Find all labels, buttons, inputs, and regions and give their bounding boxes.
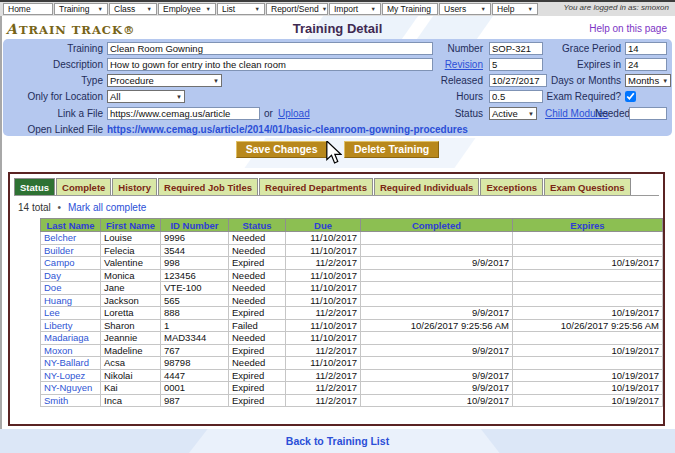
save-changes-button[interactable]: Save Changes xyxy=(236,141,328,158)
exam-required-checkbox[interactable] xyxy=(625,91,636,102)
cell-due: 11/10/2017 xyxy=(286,232,361,245)
table-header-row: Last NameFirst NameID NumberStatusDueCom… xyxy=(41,219,663,232)
cell-id-number: 0001 xyxy=(161,382,229,395)
menu-item-home[interactable]: Home xyxy=(3,3,53,15)
cell-expires: 10/19/2017 xyxy=(513,394,663,407)
menu-item-list[interactable]: List▼ xyxy=(217,3,265,15)
cell-first-name: Acsa xyxy=(101,357,161,370)
table-row: BelcherLouise9996Needed11/10/2017 xyxy=(41,232,663,245)
status-label: Status xyxy=(388,107,483,121)
menu-item-report-send[interactable]: Report/Send▼ xyxy=(266,3,328,15)
cell-last-name: NY-Ballard xyxy=(41,357,101,370)
type-select[interactable]: Procedure ▼ xyxy=(107,74,222,87)
mark-all-complete-link[interactable]: Mark all complete xyxy=(68,202,146,213)
cell-first-name: Kai xyxy=(101,382,161,395)
expires-in-label: Expires in xyxy=(533,58,621,72)
logged-in-status: You are logged in as: smoxon xyxy=(564,3,669,12)
employee-link[interactable]: NY-Lopez xyxy=(44,370,85,381)
cell-expires xyxy=(513,244,663,257)
cell-status: Expired xyxy=(229,369,286,382)
back-to-training-list-link[interactable]: Back to Training List xyxy=(286,435,389,447)
employee-link[interactable]: Moxon xyxy=(44,345,73,356)
tab-status[interactable]: Status xyxy=(14,178,55,195)
released-label: Released xyxy=(388,74,483,88)
cell-completed: 10/26/2017 9:25:56 AM xyxy=(361,319,513,332)
employee-link[interactable]: NY-Nguyen xyxy=(44,382,92,393)
table-row: MadariagaJeannieMAD3344Needed11/10/2017 xyxy=(41,332,663,345)
column-header-id-number[interactable]: ID Number xyxy=(161,219,229,232)
menu-item-employee[interactable]: Employee▼ xyxy=(158,3,216,15)
menu-item-users[interactable]: Users▼ xyxy=(439,3,491,15)
menu-item-my-training[interactable]: My Training xyxy=(382,3,438,15)
days-or-months-label: Days or Months xyxy=(533,74,621,88)
menu-item-training[interactable]: Training▼ xyxy=(54,3,108,15)
status-select[interactable]: Active ▼ xyxy=(489,107,537,120)
help-link[interactable]: Help on this page xyxy=(589,23,667,34)
cell-expires: 10/19/2017 xyxy=(513,257,663,270)
or-text: or xyxy=(264,107,273,121)
mouse-cursor-icon xyxy=(325,141,342,169)
employee-link[interactable]: Belcher xyxy=(44,232,76,243)
employee-link[interactable]: Lee xyxy=(44,307,60,318)
type-label: Type xyxy=(3,74,103,88)
upload-link[interactable]: Upload xyxy=(278,107,310,121)
employee-link[interactable]: Huang xyxy=(44,295,72,306)
employee-link[interactable]: NY-Ballard xyxy=(44,357,89,368)
cell-last-name: Moxon xyxy=(41,344,101,357)
cell-due: 11/10/2017 xyxy=(286,332,361,345)
employee-link[interactable]: Doe xyxy=(44,282,61,293)
employee-link[interactable]: Liberty xyxy=(44,320,73,331)
cell-id-number: 888 xyxy=(161,307,229,320)
days-or-months-select-value: Months xyxy=(628,75,659,86)
cell-status: Failed xyxy=(229,319,286,332)
revision-link[interactable]: Revision xyxy=(388,58,483,72)
days-or-months-select[interactable]: Months ▼ xyxy=(625,74,671,87)
tab-exceptions[interactable]: Exceptions xyxy=(480,178,543,195)
column-header-last-name[interactable]: Last Name xyxy=(41,219,101,232)
tab-required-job-titles[interactable]: Required Job Titles xyxy=(158,178,258,195)
employee-link[interactable]: Campo xyxy=(44,257,75,268)
tab-complete[interactable]: Complete xyxy=(56,178,111,195)
tab-required-departments[interactable]: Required Departments xyxy=(259,178,373,195)
column-header-first-name[interactable]: First Name xyxy=(101,219,161,232)
only-for-location-select[interactable]: All ▼ xyxy=(107,90,185,103)
employee-link[interactable]: Madariaga xyxy=(44,332,89,343)
delete-training-button[interactable]: Delete Training xyxy=(344,141,439,158)
grace-period-input[interactable] xyxy=(625,42,667,55)
cell-expires: 10/26/2017 9:25:56 AM xyxy=(513,319,663,332)
cell-completed xyxy=(361,244,513,257)
column-header-due[interactable]: Due xyxy=(286,219,361,232)
employee-link[interactable]: Day xyxy=(44,270,61,281)
menu-item-class[interactable]: Class▼ xyxy=(109,3,157,15)
employee-link[interactable]: Smith xyxy=(44,395,68,406)
expires-in-input[interactable] xyxy=(625,58,667,71)
tab-required-individuals[interactable]: Required Individuals xyxy=(374,178,479,195)
column-header-status[interactable]: Status xyxy=(229,219,286,232)
menu-item-import[interactable]: Import▼ xyxy=(329,3,381,15)
hours-label: Hours xyxy=(388,90,483,104)
open-linked-file-link[interactable]: https://www.cemag.us/article/2014/01/bas… xyxy=(107,123,468,137)
training-input[interactable] xyxy=(107,42,433,55)
cell-id-number: 987 xyxy=(161,394,229,407)
description-label: Description xyxy=(3,58,103,72)
cell-expires xyxy=(513,232,663,245)
tab-bar: StatusCompleteHistoryRequired Job Titles… xyxy=(14,178,659,196)
tab-history[interactable]: History xyxy=(112,178,157,195)
description-input[interactable] xyxy=(107,58,433,71)
cell-completed xyxy=(361,232,513,245)
cell-id-number: 998 xyxy=(161,257,229,270)
cell-completed xyxy=(361,294,513,307)
tab-exam-questions[interactable]: Exam Questions xyxy=(544,178,630,195)
column-header-completed[interactable]: Completed xyxy=(361,219,513,232)
menu-item-help[interactable]: Help▼ xyxy=(492,3,538,15)
cell-first-name: Loretta xyxy=(101,307,161,320)
column-header-expires[interactable]: Expires xyxy=(513,219,663,232)
employee-link[interactable]: Builder xyxy=(44,245,74,256)
training-label: Training xyxy=(3,42,103,56)
list-summary-bar: 14 total • Mark all complete xyxy=(18,202,146,213)
training-form: Training Number Grace Period Description… xyxy=(3,39,672,136)
cell-status: Needed xyxy=(229,269,286,282)
cell-expires xyxy=(513,282,663,295)
child-modules-needed-input[interactable] xyxy=(629,107,667,120)
link-a-file-input[interactable] xyxy=(107,107,260,120)
